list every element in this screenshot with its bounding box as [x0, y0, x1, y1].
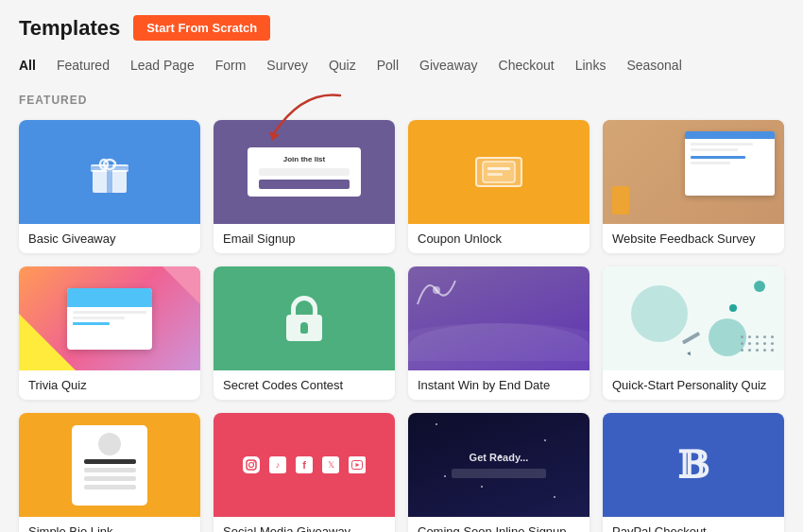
template-name-basic-giveaway: Basic Giveaway [19, 224, 200, 253]
template-thumb-personality-quiz [603, 266, 784, 370]
template-card-paypal-checkout[interactable]: 𝔹 PayPal Checkout [603, 413, 784, 532]
template-name-coupon-unlock: Coupon Unlock [408, 224, 589, 253]
paypal-logo: 𝔹 [677, 443, 709, 488]
template-thumb-email-signup: Join the list [214, 120, 395, 224]
template-name-trivia-quiz: Trivia Quiz [19, 370, 200, 400]
template-name-coming-soon: Coming Soon Inline Signup [408, 517, 589, 532]
template-card-secret-codes[interactable]: Secret Codes Contest [214, 266, 395, 400]
tab-quiz[interactable]: Quiz [329, 58, 356, 77]
template-card-personality-quiz[interactable]: Quick-Start Personality Quiz [603, 266, 784, 400]
template-card-email-signup[interactable]: Join the list Email Signup [214, 120, 395, 253]
template-card-coming-soon[interactable]: Get Ready... Coming Soon Inline Signup [408, 413, 589, 532]
svg-rect-7 [483, 162, 515, 182]
twitter-icon: 𝕏 [322, 456, 339, 473]
youtube-icon [349, 456, 366, 473]
template-card-website-feedback[interactable]: Website Feedback Survey [603, 120, 784, 253]
svg-rect-8 [487, 167, 510, 170]
start-from-scratch-button[interactable]: Start From Scratch [133, 15, 270, 41]
template-thumb-secret-codes [214, 266, 395, 370]
header: Templates Start From Scratch [19, 15, 784, 41]
template-card-trivia-quiz[interactable]: Trivia Quiz [19, 266, 200, 400]
facebook-icon: f [296, 456, 313, 473]
template-name-paypal-checkout: PayPal Checkout [603, 517, 784, 532]
template-card-social-giveaway[interactable]: ♪ f 𝕏 [214, 413, 395, 532]
template-name-email-signup: Email Signup [214, 224, 395, 253]
template-thumb-paypal-checkout: 𝔹 [603, 413, 784, 517]
template-thumb-coupon-unlock [408, 120, 589, 224]
template-thumb-social-giveaway: ♪ f 𝕏 [214, 413, 395, 517]
template-thumb-instant-win [408, 266, 589, 370]
tab-form[interactable]: Form [215, 58, 247, 77]
tab-lead-page[interactable]: Lead Page [130, 58, 195, 77]
section-featured-label: FEATURED [19, 94, 784, 107]
template-thumb-basic-giveaway [19, 120, 200, 224]
svg-point-14 [249, 463, 254, 468]
template-name-social-giveaway: Social Media Giveaway [214, 517, 395, 532]
templates-grid: Basic Giveaway Join the list Email Signu… [19, 120, 784, 532]
svg-marker-17 [356, 463, 360, 467]
template-thumb-website-feedback [603, 120, 784, 224]
template-name-website-feedback: Website Feedback Survey [603, 224, 784, 253]
svg-rect-11 [682, 332, 700, 344]
template-thumb-trivia-quiz [19, 266, 200, 370]
template-card-bio-link[interactable]: Simple Bio Link [19, 413, 200, 532]
template-name-instant-win: Instant Win by End Date [408, 370, 589, 400]
template-name-secret-codes: Secret Codes Contest [214, 370, 395, 400]
template-card-basic-giveaway[interactable]: Basic Giveaway [19, 120, 200, 253]
tab-poll[interactable]: Poll [377, 58, 399, 77]
svg-rect-9 [487, 173, 503, 176]
tab-seasonal[interactable]: Seasonal [626, 58, 681, 77]
instagram-icon [243, 456, 260, 473]
tab-featured[interactable]: Featured [57, 58, 110, 77]
svg-point-10 [433, 286, 440, 294]
template-thumb-bio-link [19, 413, 200, 517]
svg-marker-12 [687, 352, 692, 356]
template-card-coupon-unlock[interactable]: Coupon Unlock [408, 120, 589, 253]
tab-survey[interactable]: Survey [266, 58, 308, 77]
template-name-personality-quiz: Quick-Start Personality Quiz [603, 370, 784, 400]
template-card-instant-win[interactable]: Instant Win by End Date [408, 266, 589, 400]
template-thumb-coming-soon: Get Ready... [408, 413, 589, 517]
svg-point-15 [253, 461, 255, 463]
tab-links[interactable]: Links [575, 58, 607, 77]
tab-checkout[interactable]: Checkout [499, 58, 555, 77]
tab-giveaway[interactable]: Giveaway [419, 58, 477, 77]
tiktok-icon: ♪ [269, 456, 286, 473]
nav-tabs: All Featured Lead Page Form Survey Quiz … [19, 58, 784, 77]
page-title: Templates [19, 16, 120, 41]
tab-all[interactable]: All [19, 58, 36, 77]
template-name-bio-link: Simple Bio Link [19, 517, 200, 532]
gift-icon [85, 147, 134, 197]
page-wrapper: Templates Start From Scratch All Feature… [0, 0, 803, 532]
